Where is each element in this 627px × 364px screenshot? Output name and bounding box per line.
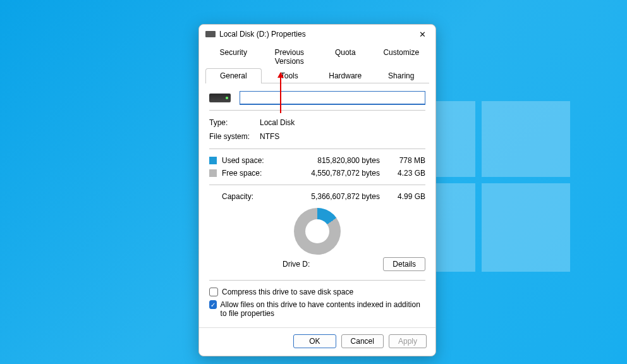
compress-checkbox-label: Compress this drive to save disk space [222, 288, 353, 296]
type-label: Type: [209, 118, 260, 127]
index-checkbox[interactable]: ✓ [209, 300, 217, 309]
ok-button[interactable]: OK [293, 334, 336, 348]
close-button[interactable]: ✕ [414, 26, 430, 42]
tab-strip: Security Previous Versions Quota Customi… [205, 45, 429, 83]
window-title: Local Disk (D:) Properties [219, 30, 306, 39]
drive-letter-label: Drive D: [209, 260, 383, 269]
index-checkbox-label: Allow files on this drive to have conten… [221, 300, 425, 318]
type-value: Local Disk [260, 118, 295, 127]
tab-sharing[interactable]: Sharing [374, 68, 430, 83]
tab-content-general: Type: Local Disk File system: NTFS Used … [199, 83, 435, 320]
tab-hardware[interactable]: Hardware [317, 68, 374, 83]
free-space-bytes: 4,550,787,072 bytes [276, 169, 391, 178]
tab-customize[interactable]: Customize [374, 45, 430, 68]
used-color-swatch [209, 157, 217, 164]
tab-general[interactable]: General [205, 68, 262, 83]
annotation-arrow-icon [280, 73, 281, 113]
drive-glyph-icon [209, 94, 231, 102]
properties-dialog: Local Disk (D:) Properties ✕ Security Pr… [198, 24, 436, 356]
free-space-label: Free space: [222, 169, 276, 178]
usage-pie-chart [294, 208, 341, 255]
cancel-button[interactable]: Cancel [341, 334, 384, 348]
tab-tools[interactable]: Tools [262, 68, 318, 83]
used-space-bytes: 815,820,800 bytes [276, 156, 391, 165]
filesystem-value: NTFS [260, 132, 279, 141]
compress-checkbox[interactable] [209, 288, 218, 296]
filesystem-label: File system: [209, 132, 260, 141]
apply-button[interactable]: Apply [389, 334, 427, 348]
used-space-label: Used space: [222, 156, 276, 165]
tab-quota[interactable]: Quota [317, 45, 374, 68]
details-button[interactable]: Details [383, 257, 425, 271]
drive-icon [205, 31, 216, 37]
capacity-bytes: 5,366,607,872 bytes [276, 192, 391, 201]
free-space-human: 4.23 GB [391, 169, 425, 178]
free-color-swatch [209, 169, 217, 177]
volume-label-input[interactable] [240, 91, 425, 105]
capacity-label: Capacity: [222, 192, 276, 201]
capacity-human: 4.99 GB [391, 192, 425, 201]
tab-security[interactable]: Security [205, 45, 262, 68]
used-space-human: 778 MB [391, 156, 425, 165]
tab-previous-versions[interactable]: Previous Versions [262, 45, 318, 68]
titlebar: Local Disk (D:) Properties ✕ [199, 25, 435, 44]
